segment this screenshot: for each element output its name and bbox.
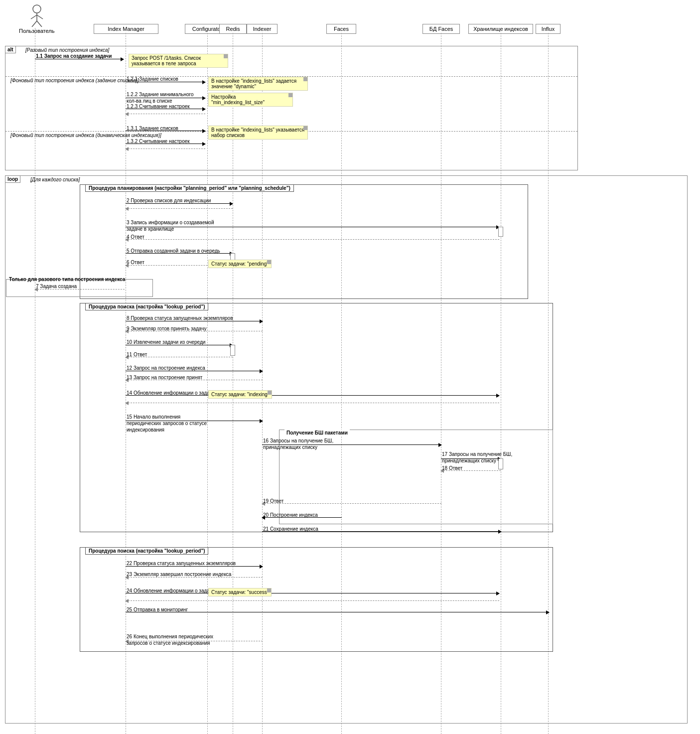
msg-1-2-2-label: 1.2.2 Задание минимального кол-ва лиц в … [127,91,196,104]
msg-14-note: Статус задачи: "indexing" [208,390,272,399]
frame-get-bsh-label: Получение БШ пакетами [284,430,350,436]
msg-4-line [126,239,499,240]
participant-bdffaces: БД Faces [422,24,460,34]
frame-alt-cond3: [Фоновый тип построения индекса (динамич… [10,133,161,138]
participant-indexer: Indexer [247,24,278,34]
msg-24-note: Статус задачи: "success" [208,588,272,596]
msg-15-label: 15 Начало выполнения периодических запро… [127,414,216,433]
msg-14-return [126,403,499,403]
msg-7-line [35,289,125,290]
msg-13-label: 13 Запрос на построение принят [127,375,202,380]
msg-18-label: 18 Ответ [442,465,462,471]
svg-line-5 [37,21,42,27]
msg-1-3-1-note: В настройке "indexing_lists" указывается… [208,126,308,140]
msg-1-1-label: 1.1 Запрос на создание задачи [36,53,112,59]
msg-16-label: 16 Запросы на получение БШ, принадлежащи… [263,438,353,450]
msg-10-label: 10 Извлечение задачи из очереди [127,339,205,345]
actor-user: Пользователь [19,4,54,34]
msg-19-line [262,503,441,504]
proc-lookup2-label: Процедура поиска (настройка "lookup_peri… [85,547,208,555]
msg-4-label: 4 Ответ [127,234,144,240]
msg-8-line [126,321,263,321]
activation-3 [498,227,503,237]
msg-24-label: 24 Обновление информации о задаче [127,588,215,593]
frame-only-onetime-label: Только для разового типа построения инде… [9,277,125,282]
msg-1-2-1-label: 1.2.1 Задание списков [127,76,178,82]
participant-faces: Faces [326,24,356,34]
msg-9-label: 9 Экземпляр готов принять задачу [127,326,206,331]
msg-6-label: 6 Ответ [127,260,144,265]
frame-alt-cond2: [Фоновый тип построения индекса (задание… [10,78,139,83]
msg-1-2-3-return [126,114,205,114]
msg-1-3-1-label: 1.3.1 Задание списков [127,126,178,131]
msg-1-2-1-line [126,82,205,82]
msg-17-label: 17 Запросы на получение БШ, принадлежащи… [442,451,517,464]
msg-23-line [126,577,263,578]
msg-1-1-line [35,59,124,59]
msg-3-label: 3 Запись информации о создаваемой задаче… [127,219,226,232]
proc-lookup1-label: Процедура поиска (настройка "lookup_peri… [85,303,208,310]
msg-5-label: 5 Отправка созданной задачи в очередь [127,248,220,254]
frame-loop-cond: [Для каждого списка] [30,177,80,182]
diagram-container: Пользователь Index Manager Configurator … [0,0,700,734]
frame-alt-cond1: [Разовый тип построения индекса] [25,47,109,53]
msg-22-line [126,566,263,567]
frame-loop-label: loop [5,175,20,183]
msg-12-label: 12 Запрос на построение индекса [127,365,205,371]
msg-2-return [126,208,233,209]
msg-8-label: 8 Проверка статуса запущенных экземпляро… [127,315,233,321]
msg-7-label: 7 Задача создана [36,284,77,289]
svg-line-3 [37,15,43,19]
frame-alt-label: alt [5,46,16,53]
msg-1-3-2-return [126,148,205,149]
msg-14-label: 14 Обновление информации о задаче [127,390,215,396]
svg-point-0 [33,5,41,13]
participant-influx: Influx [536,24,560,34]
msg-22-label: 22 Проверка статуса запущенных экземпляр… [127,561,236,566]
msg-21-label: 21 Сохранение индекса [263,526,318,532]
msg-1-2-1-note: В настройке "indexing_lists" задается зн… [208,77,308,91]
msg-25-label: 25 Отправка в мониторинг [127,607,188,612]
msg-2-line [126,203,233,204]
msg-1-2-2-note: Настройка "min_indexing_list_size" [208,93,293,107]
msg-1-1-note: Запрос POST /1/tasks. Список указывается… [129,54,228,68]
activation-10 [230,345,235,356]
msg-6-note: Статус задачи: "pending" [208,260,272,268]
activation-17 [498,458,503,469]
msg-19-label: 19 Ответ [263,498,283,504]
svg-line-2 [31,15,37,19]
proc-planning-label: Процедура планирования (настройки "plann… [85,184,294,192]
frame-alt: alt [Разовый тип построения индекса] [Фо… [5,46,578,170]
msg-1-2-3-label: 1.2.3 Считывание настроек [127,104,190,109]
msg-2-label: 2 Проверка списков для индексации [127,198,211,203]
msg-11-label: 11 Ответ [127,352,147,357]
svg-line-4 [32,21,37,27]
participant-storehranilishe: Хранилище индексов [468,24,533,34]
msg-10-line [126,345,233,345]
msg-26-label: 26 Конец выполнения периодических запрос… [127,633,226,646]
msg-24-return [126,600,499,601]
msg-1-3-2-label: 1.3.2 Считывание настроек [127,139,190,144]
msg-23-label: 23 Экземпляр завершил построение индекса [127,572,231,577]
msg-12-line [126,371,263,371]
msg-20-label: 20 Построение индекса [263,512,318,518]
msg-25-line [126,612,549,612]
participant-indexmanager: Index Manager [94,24,158,34]
participant-redis: Redis [219,24,247,34]
